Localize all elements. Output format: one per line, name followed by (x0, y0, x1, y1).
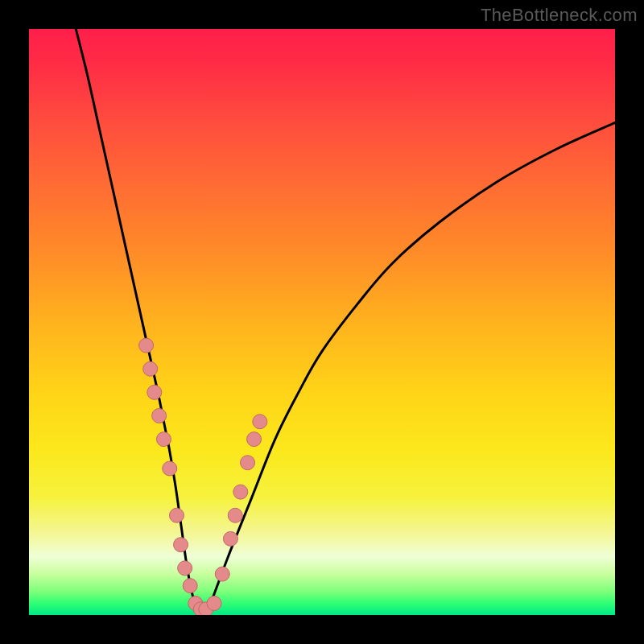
data-marker (228, 508, 242, 522)
data-marker (183, 579, 197, 593)
data-marker (139, 338, 154, 353)
marker-group (139, 338, 267, 615)
data-marker (241, 456, 255, 470)
data-marker (253, 415, 267, 429)
plot-area (29, 29, 615, 615)
data-marker (247, 432, 262, 447)
data-marker (156, 432, 171, 447)
curve-layer (29, 29, 615, 615)
data-marker (207, 596, 221, 610)
data-marker (178, 561, 192, 576)
bottleneck-curve-group (76, 29, 615, 615)
chart-frame: TheBottleneck.com (0, 0, 644, 644)
data-marker (174, 538, 188, 552)
data-marker (152, 408, 167, 423)
data-marker (169, 508, 184, 522)
bottleneck-curve-path (76, 29, 615, 615)
data-marker (215, 567, 229, 581)
watermark-text: TheBottleneck.com (481, 5, 638, 26)
data-marker (163, 461, 177, 476)
data-marker (143, 361, 158, 376)
data-marker (223, 531, 237, 546)
data-marker (147, 385, 162, 399)
data-marker (233, 485, 248, 499)
